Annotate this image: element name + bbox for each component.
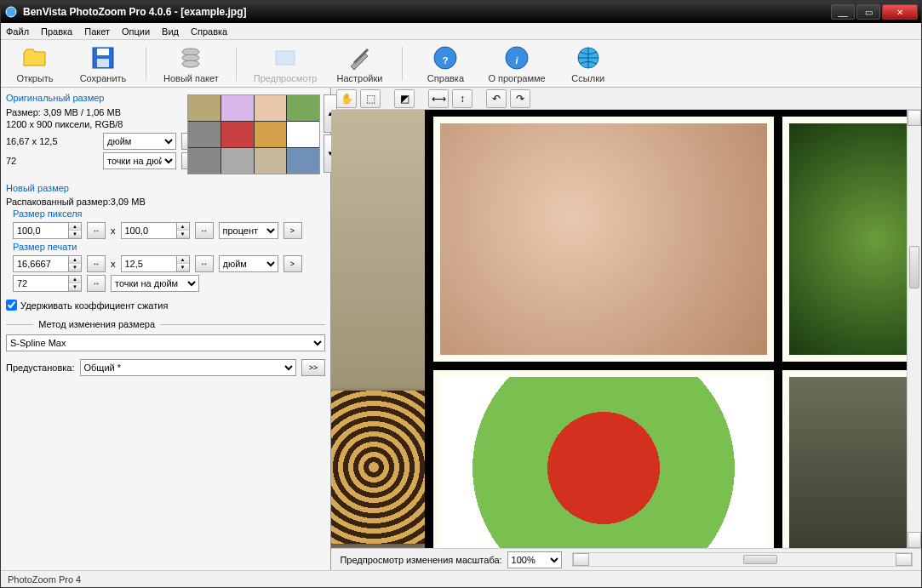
preview-canvas[interactable] [331, 110, 907, 548]
tools-icon [346, 44, 373, 71]
flip-v-button[interactable]: ↕ [452, 89, 472, 108]
preview-image [433, 117, 774, 362]
maximize-button[interactable]: ▭ [856, 4, 880, 20]
pixel-width-input[interactable]: ▲▼ [13, 222, 82, 239]
minimize-button[interactable]: __ [831, 4, 855, 20]
menu-view[interactable]: Вид [162, 26, 179, 37]
preset-label: Предустановка: [6, 363, 75, 373]
globe-icon [575, 44, 602, 71]
window-title: BenVista PhotoZoom Pro 4.0.6 - [example.… [23, 6, 831, 18]
zoom-select[interactable]: 100% [507, 551, 562, 568]
pixel-unit-select[interactable]: процент [219, 222, 278, 239]
preview-image [782, 117, 907, 362]
crop-tool-button[interactable]: ◩ [394, 89, 415, 108]
print-size-label: 16,67 x 12,5 [6, 136, 98, 146]
app-icon [4, 5, 18, 19]
preview-footer: Предпросмотр изменения масштаба: 100% [331, 548, 921, 570]
menubar: Файл Правка Пакет Опции Вид Справка [1, 23, 921, 40]
pixel-height-input[interactable]: ▲▼ [121, 222, 190, 239]
main-toolbar: Открыть Сохранить Новый пакет Предпросмо… [1, 40, 921, 88]
pixel-height-reset[interactable]: ↔ [195, 222, 214, 239]
svg-rect-3 [97, 59, 109, 67]
zoom-label: Предпросмотр изменения масштаба: [340, 555, 501, 565]
svg-rect-2 [97, 49, 109, 55]
redo-button[interactable]: ↷ [510, 89, 530, 108]
pixel-size-title: Размер пикселя [13, 208, 325, 219]
print-apply-button[interactable]: > [283, 255, 302, 272]
links-button[interactable]: Ссылки [563, 44, 614, 83]
resolution-input[interactable]: ▲▼ [13, 275, 82, 292]
preview-button[interactable]: Предпросмотр [254, 44, 318, 83]
preview-toolbar: ✋ ⬚ ◩ ⟷ ↕ ↶ ↷ [331, 88, 921, 110]
vertical-scrollbar[interactable] [907, 110, 921, 548]
open-button[interactable]: Открыть [9, 44, 60, 83]
print-height-input[interactable]: ▲▼ [121, 255, 190, 272]
flip-h-button[interactable]: ⟷ [428, 89, 449, 108]
unpacked-label: Распакованный размер:3,09 МВ [6, 197, 325, 207]
svg-text:?: ? [443, 55, 449, 66]
left-panel: Оригинальный размер Размер: 3,09 МВ / 1,… [1, 88, 331, 570]
svg-point-6 [182, 60, 199, 67]
new-size-title: Новый размер [6, 183, 325, 193]
print-height-reset[interactable]: ↔ [195, 255, 214, 272]
help-button[interactable]: ? Справка [420, 44, 471, 83]
status-bar: PhotoZoom Pro 4 [1, 570, 921, 587]
undo-button[interactable]: ↶ [486, 89, 507, 108]
print-width-input[interactable]: ▲▼ [13, 255, 82, 272]
x-label: x [111, 259, 116, 269]
keep-ratio-label: Удерживать коэффициент сжатия [20, 300, 168, 311]
preview-icon [272, 44, 299, 71]
batch-icon [177, 44, 204, 71]
floppy-icon [89, 44, 117, 71]
menu-options[interactable]: Опции [122, 26, 150, 37]
titlebar: BenVista PhotoZoom Pro 4.0.6 - [example.… [1, 1, 921, 23]
resolution-unit-select[interactable]: точки на дюйм [111, 275, 199, 292]
preset-select[interactable]: Общий * [80, 359, 297, 376]
x-label: x [111, 225, 116, 236]
print-width-reset[interactable]: ↔ [87, 255, 106, 272]
pixel-apply-button[interactable]: > [283, 222, 302, 239]
resize-method-title: Метод изменения размера [38, 319, 155, 329]
settings-button[interactable]: Настройки [334, 44, 385, 83]
close-button[interactable]: ✕ [882, 4, 918, 20]
size-label: Размер: 3,09 МВ / 1,06 МВ [6, 107, 121, 117]
menu-help[interactable]: Справка [191, 26, 227, 37]
keep-ratio-checkbox[interactable] [6, 300, 17, 311]
horizontal-scrollbar[interactable] [572, 552, 913, 567]
svg-rect-7 [276, 51, 295, 65]
print-size-title: Размер печати [13, 242, 325, 252]
hand-tool-button[interactable]: ✋ [336, 89, 357, 108]
toolbar-separator [146, 47, 146, 81]
print-unit-select[interactable]: дюйм [219, 255, 278, 272]
orig-res-label: 72 [6, 156, 98, 166]
info-icon: i [503, 44, 530, 71]
resolution-reset[interactable]: ↔ [87, 275, 106, 292]
svg-point-0 [6, 7, 16, 17]
toolbar-separator [402, 47, 403, 81]
marquee-tool-button[interactable]: ⬚ [360, 89, 381, 108]
about-button[interactable]: i О программе [488, 44, 545, 83]
preset-more-button[interactable]: >> [301, 359, 325, 376]
menu-batch[interactable]: Пакет [84, 26, 110, 37]
toolbar-separator [236, 47, 237, 81]
thumbnail-overview[interactable] [187, 94, 320, 174]
preview-image [331, 391, 425, 544]
help-icon: ? [432, 44, 459, 71]
dimensions-label: 1200 x 900 пиксели, RGB/8 [6, 119, 123, 129]
status-text: PhotoZoom Pro 4 [8, 574, 81, 585]
preview-image [433, 370, 774, 548]
preview-area: ✋ ⬚ ◩ ⟷ ↕ ↶ ↷ [331, 88, 921, 570]
save-button[interactable]: Сохранить [77, 44, 129, 83]
orig-unit2-select[interactable]: точки на дюйм [103, 152, 176, 169]
orig-unit1-select[interactable]: дюйм [103, 133, 176, 150]
menu-file[interactable]: Файл [6, 26, 29, 37]
pixel-width-reset[interactable]: ↔ [87, 222, 106, 239]
resize-method-select[interactable]: S-Spline Max [6, 334, 325, 351]
preview-image [782, 370, 907, 548]
folder-open-icon [21, 44, 49, 71]
menu-edit[interactable]: Правка [41, 26, 72, 37]
new-batch-button[interactable]: Новый пакет [163, 44, 219, 83]
